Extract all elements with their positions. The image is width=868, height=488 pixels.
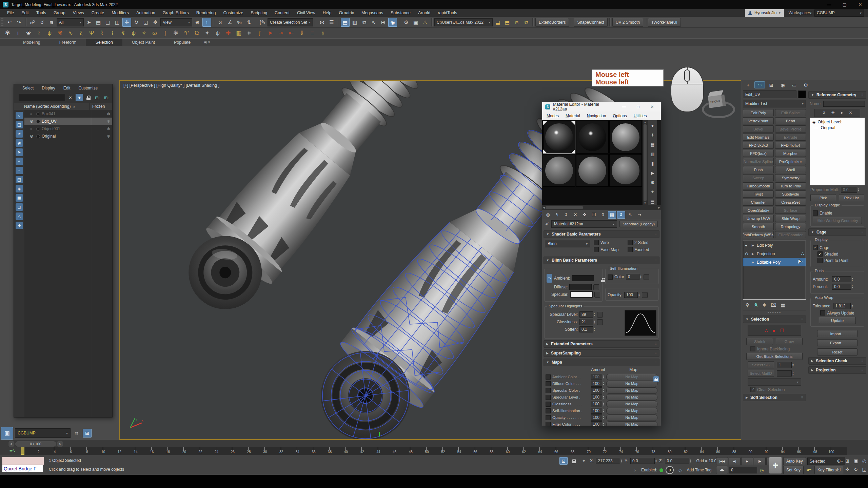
put-to-library-icon[interactable]: ❒ [590, 211, 598, 219]
expand-icon[interactable]: ▶ [752, 244, 755, 247]
time-slider-handle[interactable] [21, 447, 24, 455]
map-enable-checkbox[interactable] [546, 408, 551, 413]
modifier-button-fillet-chamfer[interactable]: Fillet/Chamfer [775, 231, 806, 238]
assign-material-to-selection-icon[interactable]: ↧ [562, 211, 570, 219]
map-slot-button[interactable]: No Map [606, 414, 657, 421]
next-frame-icon[interactable]: > [57, 441, 63, 447]
select-and-place-icon[interactable]: ✥ [151, 18, 160, 27]
eyedropper-icon[interactable]: ✐ [545, 222, 549, 227]
vertex-subobject-icon[interactable]: ∴ [765, 328, 768, 333]
z-coordinate-field[interactable]: 0.0 [665, 458, 689, 464]
material-sample-slot[interactable] [543, 121, 575, 154]
absolute-mode-icon[interactable]: ⌖ [580, 457, 588, 465]
snaps-toggle-icon[interactable]: 3 [216, 18, 225, 27]
uv2smooth-button[interactable]: UV 2 Smooth [612, 18, 643, 27]
import-button[interactable]: Import... [817, 330, 857, 337]
current-frame-field[interactable]: 0 [729, 467, 757, 473]
viewcube-front-face[interactable]: FRONT [708, 95, 723, 108]
zoom-extents-icon[interactable]: ▣ [852, 457, 860, 465]
explorer-menu-select[interactable]: Select [19, 85, 37, 93]
ornatrix-tool-icon[interactable]: ❃ [172, 29, 180, 37]
map-amount-field[interactable]: 100 [591, 421, 602, 426]
modifier-button-symmetry[interactable]: Symmetry [775, 174, 806, 181]
expand-icon[interactable]: ▶ [752, 252, 755, 256]
selection-rollout[interactable]: ▼Selection⠿ [743, 316, 806, 323]
shader-type-dropdown[interactable]: Blinn ▾ [545, 240, 590, 247]
maxscript-listener-text[interactable]: Quixel Bridge F [2, 465, 43, 472]
cage-checkbox[interactable]: ✓ [813, 245, 818, 250]
map-slot-button[interactable]: No Map [606, 408, 657, 414]
toggle-layer-explorer-icon[interactable]: ▥ [350, 18, 359, 27]
material-sample-slot[interactable] [609, 121, 642, 154]
spinner-icon[interactable]: ▲▼ [851, 304, 853, 308]
spinner-icon[interactable]: ▲▼ [857, 188, 860, 192]
spinner-icon[interactable]: ▲▼ [603, 388, 605, 392]
modifier-button-skin-wrap[interactable]: Skin Wrap [775, 215, 806, 222]
expand-icon[interactable]: ▶ [752, 261, 755, 264]
modifier-button-smooth[interactable]: Smooth [743, 223, 774, 230]
filter-groups-icon[interactable]: ▦ [16, 194, 23, 202]
spinner-icon[interactable]: ▲▼ [593, 320, 595, 324]
select-by-material-icon[interactable]: ⌖ [649, 188, 656, 196]
zoom-icon[interactable]: ⊕ [835, 457, 843, 465]
modifier-button-edit-poly[interactable]: Edit Poly [743, 109, 774, 116]
menu-arnold[interactable]: Arnold [414, 11, 434, 15]
ornatrix-tool-icon[interactable]: i [14, 29, 22, 37]
material-id-channel-icon[interactable]: 0 [599, 211, 607, 219]
key-mode-icon[interactable] [805, 466, 813, 474]
me-menu-navigation[interactable]: Navigation [584, 113, 609, 119]
schematic-view-icon[interactable]: ⊞ [83, 429, 92, 438]
ornatrix-tool-icon[interactable]: Ψ [87, 29, 96, 37]
diffuse-map-shortcut[interactable] [593, 284, 599, 290]
refgeo-delete-icon[interactable]: ✗ [822, 110, 826, 115]
display-tab[interactable]: ▭ [789, 81, 800, 88]
menu-edit[interactable]: Edit [18, 11, 33, 15]
proportion-mult-field[interactable]: 0.0 [841, 187, 857, 193]
filter-lights-icon[interactable]: ☀ [16, 130, 23, 138]
ignore-backfacing-checkbox[interactable] [750, 346, 755, 351]
filter-spacewarps-icon[interactable]: ⌖ [16, 158, 23, 165]
fov-icon[interactable]: ◎ [860, 457, 868, 465]
spinner-icon[interactable]: ▲▼ [690, 459, 692, 463]
filter-materials-icon[interactable]: △ [16, 212, 23, 220]
reference-geometry-list[interactable]: ◉Object Level: —Original [810, 118, 865, 185]
filter-particles-icon[interactable]: ≈ [16, 167, 23, 174]
show-map-in-viewport-icon[interactable]: ▦ [608, 211, 616, 219]
modifier-button-vertexpaint[interactable]: VertexPaint [743, 117, 774, 124]
spinner-icon[interactable]: ▲▼ [603, 382, 605, 386]
material-sample-slot[interactable] [609, 154, 642, 187]
edit-named-selection-sets-icon[interactable]: {✎ [258, 18, 267, 27]
ornatrix-tool-icon[interactable]: ⇥ [277, 29, 285, 37]
tab-populate[interactable]: Populate [164, 39, 200, 46]
menu-modifiers[interactable]: Modifiers [108, 11, 133, 15]
maps-lock-icon[interactable] [653, 376, 659, 382]
reset-button[interactable]: Reset [817, 348, 857, 355]
modifier-button-prooptimizer[interactable]: ProOptimizer [775, 158, 806, 165]
menu-help[interactable]: Help [319, 11, 335, 15]
explorer-menu-display[interactable]: Display [38, 85, 59, 93]
workspace-dropdown[interactable]: CGBUMP ▾ [814, 9, 864, 17]
pan-icon[interactable]: ✛ [843, 465, 851, 473]
specular-map-shortcut[interactable] [594, 292, 600, 298]
pick-button[interactable]: Pick [810, 194, 836, 201]
render-production-icon[interactable]: ♨ [421, 18, 430, 27]
rendered-frame-window-icon[interactable]: ▣ [411, 18, 420, 27]
diffuse-color-swatch[interactable] [569, 284, 592, 290]
asset-tracking-icon[interactable]: ⬓ [493, 18, 502, 27]
modifier-button-morpher[interactable]: Morpher [775, 150, 806, 157]
material-sample-slot[interactable] [576, 154, 609, 187]
modifier-button-surface[interactable]: Surface [775, 207, 806, 214]
create-tab[interactable]: + [743, 81, 753, 88]
undo-icon[interactable]: ↶ [5, 18, 14, 27]
time-ruler[interactable]: 0246810121416182022242628303234363840424… [22, 447, 847, 455]
ornatrix-tool-icon[interactable]: ➤ [266, 29, 274, 37]
key-step-icon[interactable]: ◀▶ [716, 466, 728, 474]
checkbox-face-map[interactable] [594, 247, 599, 252]
selfillum-value-field[interactable]: 0 [626, 274, 639, 280]
search-input[interactable] [19, 94, 65, 101]
stack-item-edit-poly[interactable]: ●▶Edit Poly [743, 241, 806, 249]
sample-horizontal-scrollbar[interactable]: ◀ ▶ [542, 205, 661, 210]
zoom-region-icon[interactable]: ⊡ [835, 465, 843, 473]
specular-level-field[interactable]: 89 [579, 311, 593, 318]
update-button[interactable]: Update [819, 317, 856, 324]
